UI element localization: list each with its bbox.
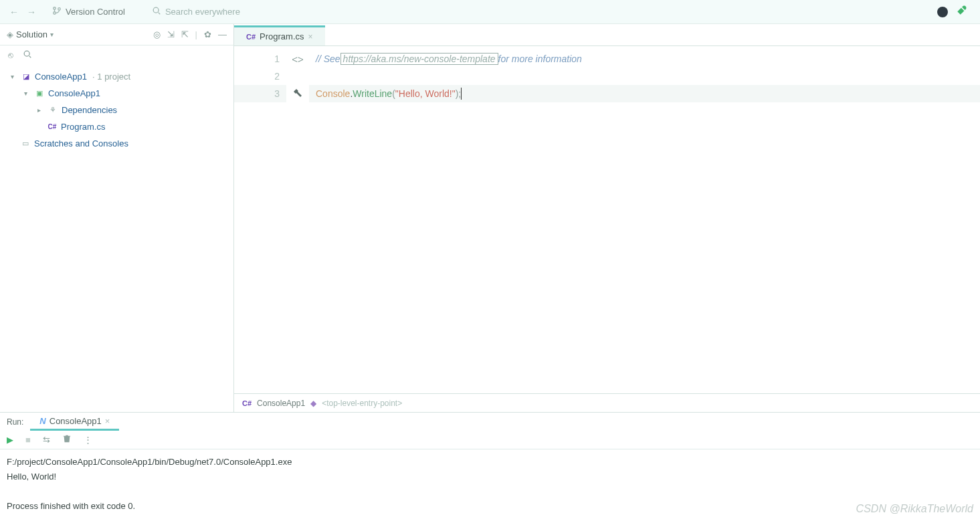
scratches-icon: ▭ xyxy=(20,138,31,149)
solution-sidebar: ◈ Solution ▾ ◎ ⇲ ⇱ | ✿ — ⎋ ▾ ◪ Cons xyxy=(0,24,234,412)
cube-icon: ◆ xyxy=(310,399,316,408)
code-line[interactable]: // See https://aka.ms/new-console-templa… xyxy=(309,50,980,68)
comment-text: for more information xyxy=(498,54,582,64)
gear-icon[interactable]: ✿ xyxy=(204,29,211,39)
text-cursor xyxy=(461,88,462,100)
search-placeholder: Search everywhere xyxy=(165,7,240,17)
csharp-file-icon: C# xyxy=(246,33,256,41)
output-line: Process finished with exit code 0. xyxy=(7,499,973,514)
hammer-icon[interactable] xyxy=(292,88,303,100)
sidebar-secondary-toolbar: ⎋ xyxy=(0,45,233,64)
close-icon[interactable]: × xyxy=(105,416,110,426)
expand-icon[interactable]: ⇲ xyxy=(167,29,175,39)
token-string: "Hello, World!" xyxy=(395,88,456,99)
code-line-active[interactable]: Console.WriteLine("Hello, World!"); xyxy=(309,85,980,102)
tab-title: Program.cs xyxy=(260,31,304,41)
search-everywhere-button[interactable]: Search everywhere xyxy=(152,6,240,17)
csharp-file-icon: C# xyxy=(242,399,252,407)
toolbar-right xyxy=(937,4,975,19)
tree-file-program[interactable]: C# Program.cs xyxy=(4,118,229,135)
sidebar-title: Solution xyxy=(16,29,47,39)
more-icon[interactable]: ⋮ xyxy=(84,435,92,445)
line-number: 2 xyxy=(274,71,280,82)
nav-forward-icon[interactable]: → xyxy=(23,7,40,17)
search-icon[interactable] xyxy=(23,49,32,61)
solution-icon: ◪ xyxy=(21,72,31,82)
close-icon[interactable]: × xyxy=(308,32,313,41)
solution-name: ConsoleApp1 xyxy=(35,72,87,82)
dependencies-icon: ⚘ xyxy=(47,105,58,116)
chevron-down-icon: ▾ xyxy=(50,31,54,38)
trash-icon[interactable] xyxy=(62,434,72,445)
run-tab-consoleapp[interactable]: N ConsoleApp1 × xyxy=(30,413,119,431)
run-panel-title: Run: xyxy=(0,413,30,431)
tree-dependencies[interactable]: ▸ ⚘ Dependencies xyxy=(4,102,229,118)
breadcrumb-bar: C# ConsoleApp1 ◆ <top-level-entry-point> xyxy=(234,393,980,412)
play-icon[interactable]: ▶ xyxy=(7,435,13,445)
comment-link[interactable]: https://aka.ms/new-console-template xyxy=(340,53,498,65)
minimize-icon[interactable]: — xyxy=(218,29,227,39)
svg-point-1 xyxy=(54,12,56,15)
output-line: Hello, World! xyxy=(7,470,973,484)
code-content[interactable]: // See https://aka.ms/new-console-templa… xyxy=(309,46,980,393)
prism-icon: ◈ xyxy=(7,29,13,39)
code-line-empty[interactable] xyxy=(309,68,980,85)
code-editor[interactable]: 1 2 3 <> // See https://aka.ms/new-conso… xyxy=(234,46,980,393)
svg-point-0 xyxy=(54,7,56,10)
gutter-icons: <> xyxy=(286,46,309,393)
run-toolbar: ▶ ■ ⇆ ⋮ xyxy=(0,431,980,449)
scratches-label: Scratches and Consoles xyxy=(34,138,128,148)
project-name: ConsoleApp1 xyxy=(48,88,100,98)
step-icon[interactable]: ⇆ xyxy=(43,435,50,445)
solution-suffix: · 1 project xyxy=(92,72,130,82)
main-toolbar: ← → Version Control Search everywhere xyxy=(0,0,980,24)
search-target-icon[interactable] xyxy=(937,7,948,17)
target-icon[interactable]: ◎ xyxy=(153,29,161,39)
expand-chevron-icon[interactable]: ▾ xyxy=(24,90,31,97)
dependencies-label: Dependencies xyxy=(62,105,117,115)
version-control-label: Version Control xyxy=(66,7,125,17)
watermark-text: CSDN @RikkaTheWorld xyxy=(856,503,973,515)
line-number: 1 xyxy=(274,54,280,64)
comment-text: // See xyxy=(316,54,340,64)
svg-point-2 xyxy=(58,8,61,11)
search-icon xyxy=(152,6,161,17)
line-number: 3 xyxy=(274,88,280,99)
run-panel: Run: N ConsoleApp1 × ▶ ■ ⇆ ⋮ F:/project/… xyxy=(0,412,980,519)
solution-tree[interactable]: ▾ ◪ ConsoleApp1 · 1 project ▾ ▣ ConsoleA… xyxy=(0,64,233,412)
nav-back-icon[interactable]: ← xyxy=(5,7,23,17)
link-icon[interactable]: ⎋ xyxy=(8,50,13,60)
editor-area: C# Program.cs × 1 2 3 <> // See xyxy=(234,24,980,412)
branch-icon xyxy=(52,6,62,17)
csharp-file-icon: C# xyxy=(47,122,58,132)
breadcrumb-entry[interactable]: <top-level-entry-point> xyxy=(322,399,402,408)
editor-tabs: C# Program.cs × xyxy=(234,24,980,46)
build-icon[interactable] xyxy=(956,4,968,19)
sidebar-header: ◈ Solution ▾ ◎ ⇲ ⇱ | ✿ — xyxy=(0,24,233,45)
tab-program-cs[interactable]: C# Program.cs × xyxy=(234,25,325,45)
token-method: WriteLine xyxy=(353,88,392,99)
expand-chevron-icon[interactable]: ▾ xyxy=(11,73,17,80)
svg-point-4 xyxy=(24,51,29,56)
tree-solution-root[interactable]: ▾ ◪ ConsoleApp1 · 1 project xyxy=(4,68,229,85)
run-panel-tabs: Run: N ConsoleApp1 × xyxy=(0,413,980,431)
token-identifier: Console xyxy=(316,88,350,99)
stop-icon[interactable]: ■ xyxy=(25,435,31,445)
svg-point-3 xyxy=(153,7,159,13)
run-output[interactable]: F:/project/ConsoleApp1/ConsoleApp1/bin/D… xyxy=(0,449,980,519)
collapse-chevron-icon[interactable]: ▸ xyxy=(37,106,44,114)
run-tab-label: ConsoleApp1 xyxy=(50,416,102,426)
csharp-project-icon: ▣ xyxy=(34,88,45,99)
collapse-icon[interactable]: ⇱ xyxy=(181,29,189,39)
tree-scratches[interactable]: ▭ Scratches and Consoles xyxy=(4,135,229,152)
tree-project[interactable]: ▾ ▣ ConsoleApp1 xyxy=(4,85,229,102)
tag-icon[interactable]: <> xyxy=(292,54,304,65)
file-name: Program.cs xyxy=(61,122,105,132)
version-control-button[interactable]: Version Control xyxy=(52,6,125,17)
output-line: F:/project/ConsoleApp1/ConsoleApp1/bin/D… xyxy=(7,455,973,470)
line-gutter: 1 2 3 xyxy=(234,46,286,393)
dotnet-icon: N xyxy=(39,416,45,426)
breadcrumb-project[interactable]: ConsoleApp1 xyxy=(257,399,305,408)
solution-selector[interactable]: ◈ Solution ▾ xyxy=(7,29,54,39)
